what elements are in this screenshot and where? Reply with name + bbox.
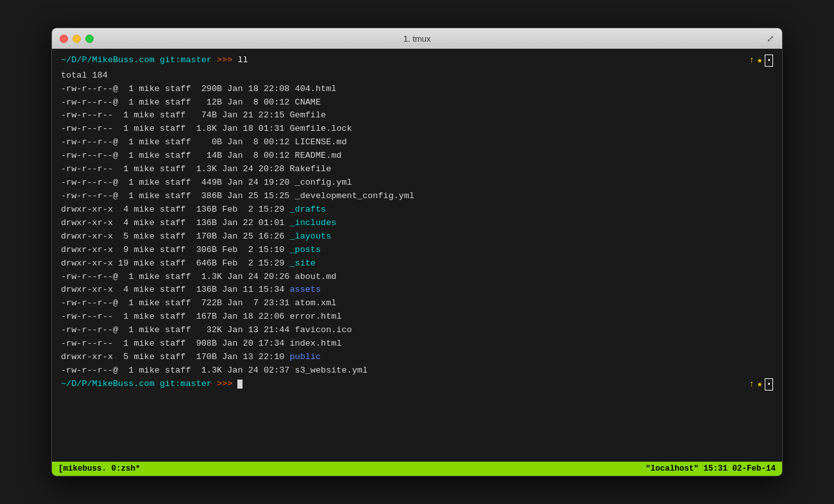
window-title: 1. tmux [404,34,431,44]
rect-icon-bottom: ▪ [765,378,773,391]
prompt-path-bottom: ~/D/P/MikeBuss.com [61,379,155,389]
table-row: drwxr-xr-x 4 mike staff 136B Jan 11 15:3… [61,283,773,297]
prompt-arrows-bottom: >>> [217,379,232,389]
maximize-button[interactable] [85,35,94,43]
prompt-arrows: >>> [217,55,232,65]
star-icon-bottom: ★ [757,378,762,392]
bottom-icons: ↑ ★ ▪ [749,378,773,392]
prompt-git-branch-bottom: master [180,379,212,389]
table-row: -rw-r--r--@ 1 mike staff 12B Jan 8 00:12… [61,96,773,110]
prompt-git-label-bottom: git: [160,379,180,389]
table-row: -rw-r--r--@ 1 mike staff 722B Jan 7 23:3… [61,297,773,310]
prompt-bottom: ~/D/P/MikeBuss.com git:master >>> [61,378,243,391]
table-row: drwxr-xr-x 5 mike staff 170B Jan 13 22:1… [61,351,773,364]
table-row: drwxr-xr-x 4 mike staff 136B Feb 2 15:29… [61,203,773,217]
expand-icon: ⤢ [767,33,774,44]
top-icons: ↑ ★ ▪ [749,54,773,68]
star-icon: ★ [757,54,762,68]
table-row: drwxr-xr-x 9 mike staff 306B Feb 2 15:10… [61,244,773,257]
file-list: -rw-r--r--@ 1 mike staff 290B Jan 18 22:… [61,83,773,378]
table-row: -rw-r--r--@ 1 mike staff 1.3K Jan 24 20:… [61,271,773,284]
table-row: -rw-r--r--@ 1 mike staff 386B Jan 25 15:… [61,190,773,203]
table-row: -rw-r--r-- 1 mike staff 167B Jan 18 22:0… [61,310,773,324]
command-ll: ll [237,55,248,65]
close-button[interactable] [60,35,68,43]
table-row: drwxr-xr-x 4 mike staff 136B Jan 22 01:0… [61,217,773,230]
traffic-lights [60,35,94,43]
table-row: drwxr-xr-x 5 mike staff 170B Jan 25 16:2… [61,230,773,244]
table-row: -rw-r--r-- 1 mike staff 1.8K Jan 18 01:3… [61,122,773,136]
table-row: -rw-r--r--@ 1 mike staff 290B Jan 18 22:… [61,83,773,96]
status-bar: [mikebuss. 0:zsh* "localhost" 15:31 02-F… [52,462,782,476]
total-line: total 184 [61,69,773,83]
prompt-git-label: git: [160,55,180,65]
table-row: -rw-r--r--@ 1 mike staff 1.3K Jan 24 02:… [61,364,773,378]
table-row: -rw-r--r--@ 1 mike staff 32K Jan 13 21:4… [61,324,773,337]
prompt-line-top: ~/D/P/MikeBuss.com git:master >>> ll ↑ ★… [61,54,773,68]
titlebar: 1. tmux ⤢ [52,28,782,49]
table-row: drwxr-xr-x 19 mike staff 646B Feb 2 15:2… [61,257,773,271]
terminal-content: ~/D/P/MikeBuss.com git:master >>> ll ↑ ★… [61,54,773,457]
table-row: -rw-r--r--@ 1 mike staff 14B Jan 8 00:12… [61,149,773,163]
prompt-git-branch: master [180,55,212,65]
cursor [237,380,243,389]
prompt-top: ~/D/P/MikeBuss.com git:master >>> ll [61,54,248,67]
status-left: [mikebuss. 0:zsh* [58,464,140,473]
up-arrow-icon-bottom: ↑ [749,378,754,392]
prompt-path: ~/D/P/MikeBuss.com [61,55,155,65]
status-right: "localhost" 15:31 02-Feb-14 [645,464,776,473]
terminal-body[interactable]: ~/D/P/MikeBuss.com git:master >>> ll ↑ ★… [52,49,782,462]
terminal-window: 1. tmux ⤢ ~/D/P/MikeBuss.com git:master … [51,28,783,476]
table-row: -rw-r--r-- 1 mike staff 908B Jan 20 17:3… [61,337,773,351]
prompt-line-bottom: ~/D/P/MikeBuss.com git:master >>> ↑ ★ ▪ [61,378,773,392]
table-row: -rw-r--r--@ 1 mike staff 0B Jan 8 00:12 … [61,136,773,149]
up-arrow-icon: ↑ [749,54,754,68]
rect-icon: ▪ [765,55,773,67]
table-row: -rw-r--r-- 1 mike staff 74B Jan 21 22:15… [61,109,773,122]
table-row: -rw-r--r-- 1 mike staff 1.3K Jan 24 20:2… [61,163,773,176]
table-row: -rw-r--r--@ 1 mike staff 449B Jan 24 19:… [61,176,773,190]
minimize-button[interactable] [72,35,81,43]
